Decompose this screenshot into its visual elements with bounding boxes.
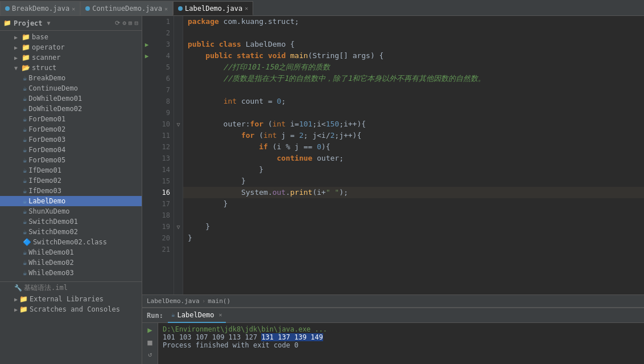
tab-bar: BreakDemo.java ✕ ContinueDemo.java ✕ Lab… [0, 0, 644, 16]
run-exit-text: Process finished with exit code 0 [163, 341, 298, 349]
sidebar-item-ifdemo03[interactable]: ☕ IfDemo03 [0, 186, 142, 196]
sidebar-item-external[interactable]: ▶ 📁 External Libraries [0, 294, 142, 304]
file-whiledemo01-icon: ☕ [23, 248, 27, 256]
tab-close-label[interactable]: ✕ [245, 5, 248, 11]
run-stop-button[interactable]: ■ [147, 338, 152, 347]
breadcrumb-sep: › [202, 297, 206, 305]
run-tab-labeldemo[interactable]: ☕ LabelDemo ✕ [168, 308, 226, 323]
sidebar-footer: 🔧 基础语法.iml ▶ 📁 External Libraries ▶ 📁 Sc… [0, 281, 142, 314]
run-tab-close[interactable]: ✕ [219, 312, 222, 318]
sidebar-item-iml[interactable]: 🔧 基础语法.iml [0, 282, 142, 294]
sidebar-item-continuedemo[interactable]: ☕ ContinueDemo [0, 83, 142, 93]
editor-run-container: ▶ ▶ [142, 16, 644, 364]
sidebar-item-operator[interactable]: ▶ 📁 operator [0, 42, 142, 52]
file-shunxudemo-icon: ☕ [23, 207, 27, 215]
sidebar-dropdown-icon[interactable]: ▼ [47, 20, 51, 26]
sidebar-label-ifdemo02: IfDemo02 [28, 177, 61, 185]
sidebar-label-labeldemo: LabelDemo [28, 197, 65, 205]
run-arrow-3[interactable]: ▶ [142, 39, 151, 50]
sidebar-label-breakdemo: BreakDemo [28, 74, 65, 82]
sidebar-item-dowhiledemo01[interactable]: ☕ DoWhileDemo01 [0, 93, 142, 104]
code-line-20: } [183, 232, 644, 244]
line-numbers: 1 2 3 4 5 6 7 8 9 10 11 12 13 14 [151, 16, 174, 295]
iml-icon: 🔧 [14, 284, 22, 292]
sidebar-item-ifdemo02[interactable]: ☕ IfDemo02 [0, 175, 142, 186]
sidebar-item-fordemo02[interactable]: ☕ ForDemo02 [0, 124, 142, 134]
sidebar-item-fordemo05[interactable]: ☕ ForDemo05 [0, 155, 142, 165]
code-line-5: //打印101-150之间所有的质数 [183, 62, 644, 73]
sidebar-item-shunxudemo[interactable]: ☕ ShunXuDemo [0, 206, 142, 216]
sidebar: 📁 Project ▼ ⟳ ⚙ ⊞ ⊟ ▶ 📁 base [0, 16, 142, 364]
code-line-11: for (int j = 2; j<i/2;j++){ [183, 130, 644, 141]
sidebar-label-scanner: scanner [32, 54, 61, 62]
code-line-4: public static void main(String[] args) { [183, 50, 644, 62]
sidebar-label-shunxudemo: ShunXuDemo [28, 207, 69, 215]
sidebar-label-scratches: Scratches and Consoles [30, 305, 120, 313]
sidebar-item-ifdemo01[interactable]: ☕ IfDemo01 [0, 165, 142, 175]
code-line-16: System.out.print(i+" "); [183, 187, 644, 198]
external-icon: 📁 [19, 295, 28, 303]
run-command-line: D:\Environment\jdk8\jdk\bin\java.exe ... [163, 325, 639, 333]
sidebar-item-switchdemo02[interactable]: ☕ SwitchDemo02 [0, 227, 142, 237]
sidebar-label-fordemo05: ForDemo05 [28, 156, 65, 164]
code-line-21 [183, 244, 644, 255]
sidebar-item-whiledemo01[interactable]: ☕ WhileDemo01 [0, 247, 142, 257]
code-area[interactable]: package com.kuang.struct; public class L… [183, 16, 644, 295]
run-play-button[interactable]: ▶ [147, 325, 152, 334]
sidebar-item-whiledemo03[interactable]: ☕ WhileDemo03 [0, 268, 142, 278]
sidebar-item-scanner[interactable]: ▶ 📁 scanner [0, 52, 142, 63]
sidebar-label-operator: operator [32, 43, 65, 51]
breadcrumb-method: main() [208, 297, 230, 305]
code-line-18 [183, 210, 644, 221]
sidebar-collapse-icon[interactable]: ⊟ [134, 19, 138, 27]
sidebar-item-switchdemo01[interactable]: ☕ SwitchDemo01 [0, 216, 142, 227]
sidebar-item-dowhiledemo02[interactable]: ☕ DoWhileDemo02 [0, 104, 142, 114]
editor-content[interactable]: ▶ ▶ [142, 16, 644, 295]
sidebar-item-base[interactable]: ▶ 📁 base [0, 32, 142, 42]
sidebar-item-scratches[interactable]: ▶ 📁 Scratches and Consoles [0, 304, 142, 314]
code-line-19: } [183, 221, 644, 232]
run-file-icon: ☕ [171, 311, 175, 318]
folder-operator-icon: 📁 [22, 43, 30, 51]
sidebar-item-fordemo04[interactable]: ☕ ForDemo04 [0, 145, 142, 155]
sidebar-expand-icon[interactable]: ⊞ [129, 19, 133, 27]
tab-dot-label [178, 6, 183, 11]
sidebar-sync-icon[interactable]: ⟳ [115, 19, 120, 27]
sidebar-item-fordemo03[interactable]: ☕ ForDemo03 [0, 134, 142, 145]
sidebar-item-fordemo01[interactable]: ☕ ForDemo01 [0, 114, 142, 124]
sidebar-item-switchdemo02class[interactable]: 🔷 SwitchDemo02.class [0, 237, 142, 247]
tab-continue[interactable]: ContinueDemo.java ✕ [80, 1, 173, 15]
run-toolbar: ▶ ■ ↺ [142, 323, 158, 364]
run-arrow-4[interactable]: ▶ [142, 50, 151, 62]
sidebar-gear-icon[interactable]: ⚙ [122, 19, 126, 27]
file-dowhiledemo01-icon: ☕ [23, 95, 27, 103]
breadcrumb-file: LabelDemo.java [147, 297, 200, 305]
code-line-17: } [183, 198, 644, 210]
sidebar-item-struct[interactable]: ▼ 📂 struct [0, 63, 142, 73]
run-panel: Run: ☕ LabelDemo ✕ ▶ ■ ↺ [142, 307, 644, 364]
folder-struct-icon: 📂 [22, 64, 30, 72]
file-whiledemo03-icon: ☕ [23, 269, 27, 277]
sidebar-item-breakdemo[interactable]: ☕ BreakDemo [0, 73, 142, 83]
code-line-6: //质数是指在大于1的自然数中，除了1和它本身以外不再有其他因数的自然数。 [183, 73, 644, 84]
tab-break[interactable]: BreakDemo.java ✕ [0, 1, 80, 15]
run-output-normal: 101 103 107 109 113 127 [163, 333, 261, 341]
app-container: BreakDemo.java ✕ ContinueDemo.java ✕ Lab… [0, 0, 644, 364]
code-line-13: continue outer; [183, 153, 644, 164]
sidebar-item-labeldemo[interactable]: ☕ LabelDemo [0, 196, 142, 206]
sidebar-label-fordemo03: ForDemo03 [28, 136, 65, 144]
file-breakdemo-icon: ☕ [23, 74, 27, 82]
main-area: 📁 Project ▼ ⟳ ⚙ ⊞ ⊟ ▶ 📁 base [0, 16, 644, 364]
arrow-operator: ▶ [14, 44, 20, 51]
sidebar-item-whiledemo02[interactable]: ☕ WhileDemo02 [0, 257, 142, 268]
tab-label-labeldemo: LabelDemo.java [185, 5, 242, 13]
file-fordemo04-icon: ☕ [23, 146, 27, 154]
tab-label-demo[interactable]: LabelDemo.java ✕ [173, 1, 253, 15]
tab-close-continue[interactable]: ✕ [164, 6, 168, 12]
sidebar-label-switchdemo01: SwitchDemo01 [28, 218, 78, 226]
sidebar-label-switchdemo02: SwitchDemo02 [28, 228, 78, 236]
sidebar-label-whiledemo02: WhileDemo02 [28, 259, 73, 267]
tab-close-break[interactable]: ✕ [72, 6, 75, 12]
run-rerun-button[interactable]: ↺ [148, 350, 152, 358]
sidebar-tree: ▶ 📁 base ▶ 📁 operator ▶ 📁 scanner [0, 31, 142, 279]
